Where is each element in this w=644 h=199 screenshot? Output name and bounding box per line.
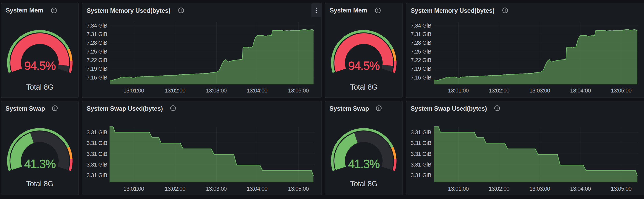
svg-text:Total 8G: Total 8G	[26, 180, 54, 188]
svg-text:13:03:00: 13:03:00	[206, 88, 227, 94]
svg-text:13:01:00: 13:01:00	[448, 88, 469, 94]
svg-text:41.3%: 41.3%	[348, 157, 380, 171]
svg-text:94.5%: 94.5%	[24, 59, 56, 72]
svg-text:Total 8G: Total 8G	[26, 83, 54, 91]
svg-text:Total 8G: Total 8G	[350, 83, 378, 91]
svg-text:7.22 GiB: 7.22 GiB	[87, 57, 107, 63]
svg-text:3.31 GiB: 3.31 GiB	[87, 151, 107, 157]
svg-text:7.19 GiB: 7.19 GiB	[411, 66, 431, 72]
svg-text:3.31 GiB: 3.31 GiB	[411, 151, 431, 157]
svg-text:3.31 GiB: 3.31 GiB	[411, 129, 431, 136]
svg-text:7.31 GiB: 7.31 GiB	[87, 31, 107, 37]
svg-text:3.31 GiB: 3.31 GiB	[87, 162, 107, 168]
svg-text:System Swap Used(bytes): System Swap Used(bytes)	[87, 105, 163, 112]
svg-text:13:01:00: 13:01:00	[123, 186, 144, 192]
svg-text:13:02:00: 13:02:00	[489, 88, 509, 94]
svg-text:System Swap: System Swap	[329, 105, 369, 112]
svg-text:System Memory Used(bytes): System Memory Used(bytes)	[411, 7, 494, 14]
svg-text:13:02:00: 13:02:00	[165, 186, 185, 192]
svg-text:7.22 GiB: 7.22 GiB	[411, 57, 431, 63]
svg-text:3.31 GiB: 3.31 GiB	[411, 172, 431, 178]
svg-text:13:05:00: 13:05:00	[611, 88, 632, 94]
svg-text:7.16 GiB: 7.16 GiB	[87, 75, 107, 81]
svg-text:13:04:00: 13:04:00	[570, 186, 591, 192]
svg-text:7.31 GiB: 7.31 GiB	[411, 31, 431, 37]
svg-text:System Memory Used(bytes): System Memory Used(bytes)	[87, 7, 170, 14]
svg-text:13:05:00: 13:05:00	[288, 186, 309, 192]
svg-text:7.16 GiB: 7.16 GiB	[411, 75, 431, 81]
svg-text:System Swap: System Swap	[5, 105, 45, 112]
svg-text:7.28 GiB: 7.28 GiB	[87, 40, 107, 46]
svg-text:System Mem: System Mem	[6, 7, 43, 14]
svg-text:13:04:00: 13:04:00	[247, 88, 267, 94]
svg-text:7.25 GiB: 7.25 GiB	[411, 49, 431, 55]
svg-text:7.34 GiB: 7.34 GiB	[87, 23, 107, 29]
svg-text:3.31 GiB: 3.31 GiB	[87, 129, 107, 136]
svg-text:7.28 GiB: 7.28 GiB	[411, 40, 431, 46]
svg-text:7.19 GiB: 7.19 GiB	[87, 66, 107, 72]
svg-text:13:03:00: 13:03:00	[529, 186, 550, 192]
svg-text:7.25 GiB: 7.25 GiB	[87, 49, 107, 55]
svg-text:13:01:00: 13:01:00	[448, 186, 469, 192]
svg-text:System Mem: System Mem	[330, 7, 367, 14]
svg-text:13:03:00: 13:03:00	[206, 186, 227, 192]
svg-text:3.31 GiB: 3.31 GiB	[411, 140, 431, 146]
svg-text:13:03:00: 13:03:00	[529, 88, 550, 94]
svg-text:13:05:00: 13:05:00	[611, 186, 632, 192]
svg-text:13:02:00: 13:02:00	[489, 186, 509, 192]
svg-text:13:05:00: 13:05:00	[288, 88, 309, 94]
svg-text:System Swap Used(bytes): System Swap Used(bytes)	[411, 105, 487, 112]
svg-text:13:04:00: 13:04:00	[247, 186, 267, 192]
svg-text:13:04:00: 13:04:00	[570, 88, 591, 94]
svg-text:7.34 GiB: 7.34 GiB	[411, 23, 431, 29]
svg-text:Total 8G: Total 8G	[350, 180, 378, 188]
svg-text:3.31 GiB: 3.31 GiB	[87, 172, 107, 178]
svg-text:13:02:00: 13:02:00	[165, 88, 185, 94]
svg-text:13:01:00: 13:01:00	[123, 88, 144, 94]
svg-text:3.31 GiB: 3.31 GiB	[87, 140, 107, 146]
svg-text:3.31 GiB: 3.31 GiB	[411, 162, 431, 168]
svg-text:41.3%: 41.3%	[24, 157, 56, 171]
svg-text:94.5%: 94.5%	[348, 59, 380, 72]
